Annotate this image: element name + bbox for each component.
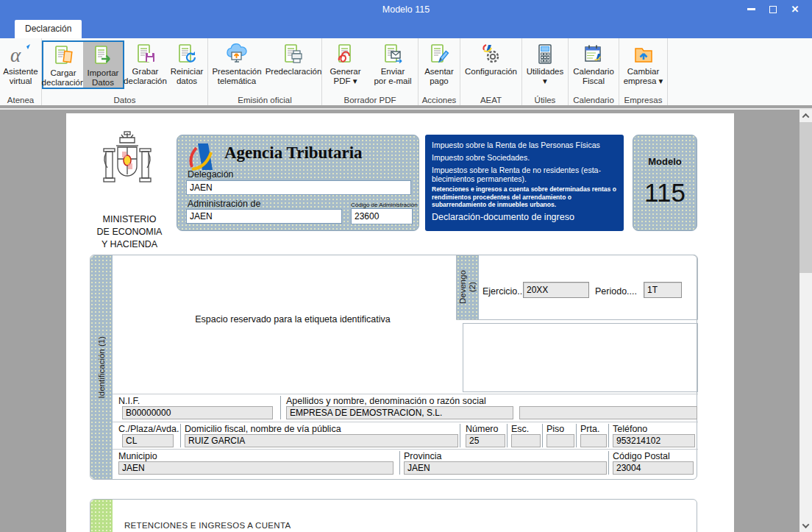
importar-datos-button[interactable]: Importar Datos: [83, 42, 123, 88]
ribbon-group-datos: Cargar declaración Importar Datos Grabar…: [42, 38, 208, 105]
devengo-empty-box: [463, 323, 698, 392]
periodo-label: Periodo....: [595, 286, 637, 297]
retenciones-section: RETENCIONES E INGRESOS A CUENTA: [90, 499, 697, 532]
razon-social-input[interactable]: [286, 406, 513, 419]
piso-input[interactable]: [546, 434, 574, 447]
row-divider: [113, 422, 698, 422]
field-separator: [180, 424, 181, 447]
predeclaracion-button[interactable]: Predeclaración: [266, 40, 321, 86]
prta-input[interactable]: [580, 434, 607, 447]
group-name-emision-oficial: Emisión oficial: [208, 96, 321, 104]
provincia-label: Provincia: [404, 451, 441, 461]
configuracion-button[interactable]: Configuración: [461, 40, 521, 77]
close-button[interactable]: ✕: [784, 2, 806, 16]
scrollbar-thumb[interactable]: [799, 122, 812, 273]
cloud-upload-icon: [223, 42, 251, 67]
scroll-up-icon: [802, 113, 810, 121]
etiqueta-placeholder-text: Espacio reservado para la etiqueta ident…: [171, 314, 414, 324]
delegacion-input[interactable]: [186, 180, 411, 195]
scroll-down-button[interactable]: [799, 519, 812, 532]
presentacion-telematica-button[interactable]: Presentación telemática: [208, 40, 266, 86]
scroll-up-button[interactable]: [799, 110, 812, 122]
field-separator: [608, 451, 609, 475]
numero-input[interactable]: [466, 434, 505, 447]
ribbon-group-atenea: α Asistente virtual Atenea: [0, 38, 42, 105]
field-separator: [399, 451, 400, 475]
esc-input[interactable]: [511, 434, 541, 447]
printer-document-icon: [282, 42, 304, 67]
codigo-administracion-label: Código de Administración: [351, 202, 418, 208]
group-name-borrador-pdf: Borrador PDF: [322, 96, 418, 104]
row-divider: [113, 449, 698, 450]
municipio-input[interactable]: [118, 461, 393, 475]
via-type-input[interactable]: [122, 434, 174, 447]
ribbon-group-acciones: Asentar pago Acciones: [419, 38, 460, 105]
group-name-datos: Datos: [42, 96, 207, 104]
cargar-declaracion-button[interactable]: Cargar declaración: [43, 42, 83, 88]
email-icon: [382, 42, 404, 67]
identification-section-label: Identificación (1): [97, 336, 107, 398]
periodo-input[interactable]: [644, 282, 682, 298]
razon-social-extra-input[interactable]: [519, 406, 697, 419]
generar-pdf-button[interactable]: Generar PDF ▾: [323, 40, 368, 86]
maximize-button[interactable]: [762, 2, 784, 16]
ejercicio-input[interactable]: [523, 282, 589, 298]
domicilio-input[interactable]: [185, 434, 458, 447]
identification-section: Identificación (1) Espacio reservado par…: [90, 255, 697, 480]
pencil-document-icon: [428, 42, 450, 67]
enviar-email-label: Enviar por e-mail: [374, 67, 411, 86]
svg-text:α: α: [10, 44, 21, 65]
field-separator: [608, 424, 609, 447]
model-number: 115: [633, 178, 697, 208]
reiniciar-datos-label: Reiniciar datos: [171, 67, 204, 86]
minimize-button[interactable]: [740, 2, 762, 16]
ribbon-group-aeat: Configuración AEAT: [460, 38, 522, 105]
codigo-postal-input[interactable]: [613, 461, 694, 475]
piso-label: Piso: [546, 424, 564, 434]
provincia-input[interactable]: [404, 461, 607, 475]
alpha-icon: α: [9, 42, 32, 67]
gear-icon: [480, 42, 503, 67]
row-divider: [113, 394, 698, 394]
grabar-declaracion-button[interactable]: Grabar declaración: [124, 40, 166, 89]
presentacion-telematica-label: Presentación telemática: [212, 67, 261, 86]
asistente-virtual-button[interactable]: α Asistente virtual: [1, 40, 40, 86]
reiniciar-datos-button[interactable]: Reiniciar datos: [166, 40, 207, 89]
domicilio-label: Domicilio fiscal, nombre de vía pública: [185, 424, 341, 434]
razon-social-label: Apellidos y nombre, denominación o razón…: [286, 396, 486, 406]
retenciones-title: RETENCIONES E INGRESOS A CUENTA: [124, 521, 291, 530]
asentar-pago-button[interactable]: Asentar pago: [419, 40, 460, 86]
group-name-acciones: Acciones: [419, 96, 460, 104]
tax-info-line1: Impuesto sobre la Renta de las Personas …: [432, 141, 617, 149]
calendario-fiscal-button[interactable]: Calendario Fiscal: [569, 40, 618, 86]
field-separator: [542, 424, 543, 447]
telefono-input[interactable]: [613, 434, 695, 447]
app-window: Modelo 115 ✕ Declaración α Asistente vir…: [0, 0, 812, 532]
predeclaracion-label: Predeclaración: [266, 67, 322, 77]
codigo-administracion-input[interactable]: [351, 208, 413, 224]
agency-box: Agencia Tributaria Delegación Administra…: [177, 135, 419, 231]
administracion-input[interactable]: [186, 209, 342, 224]
vertical-scrollbar[interactable]: [799, 110, 812, 532]
field-separator: [576, 424, 577, 447]
ribbon: α Asistente virtual Atenea Cargar declar…: [0, 38, 812, 105]
tab-declaracion[interactable]: Declaración: [15, 20, 82, 38]
identification-section-tab: Identificación (1): [90, 255, 113, 479]
codigo-postal-label: Código Postal: [613, 451, 670, 461]
nif-input[interactable]: [122, 406, 273, 419]
load-declaration-icon: [52, 43, 74, 68]
cambiar-empresa-button[interactable]: Cambiar empresa ▾: [620, 40, 667, 86]
cargar-declaracion-label: Cargar declaración: [42, 68, 85, 88]
group-name-utiles: Útiles: [522, 96, 568, 104]
delegacion-label: Delegación: [188, 169, 234, 180]
enviar-email-button[interactable]: Enviar por e-mail: [368, 40, 418, 86]
group-name-empresas: Empresas: [619, 96, 667, 104]
form-page: MINISTERIO DE ECONOMIA Y HACIENDA Agenci…: [66, 113, 734, 532]
ribbon-selection-frame: Cargar declaración Importar Datos: [42, 40, 124, 89]
group-name-atenea: Atenea: [0, 96, 41, 104]
utilidades-button[interactable]: Utilidades ▾: [523, 40, 567, 86]
folder-up-icon: [632, 42, 655, 67]
field-separator: [507, 424, 508, 447]
utilidades-label: Utilidades ▾: [527, 67, 564, 86]
generar-pdf-label: Generar PDF ▾: [330, 67, 360, 86]
